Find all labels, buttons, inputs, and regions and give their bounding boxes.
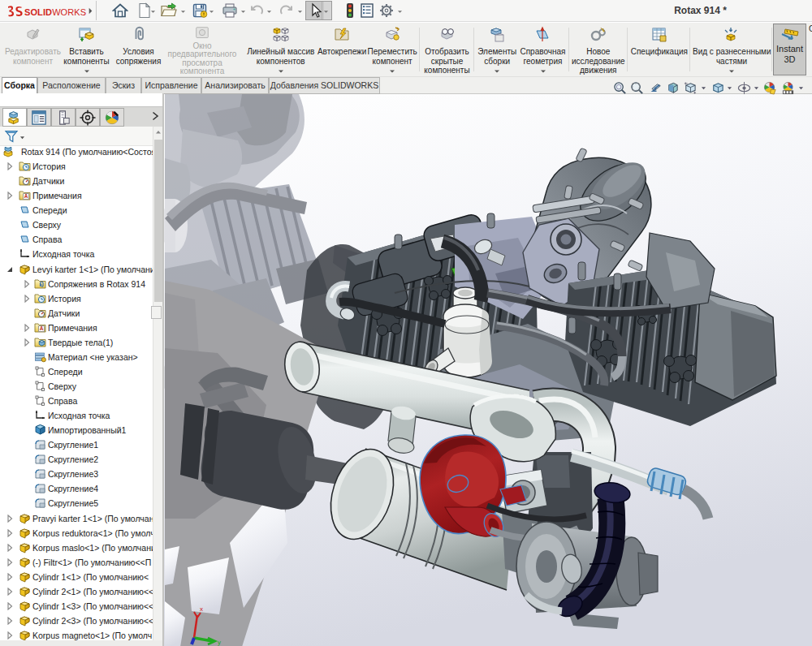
svg-text:SOLIDWORKS: SOLIDWORKS bbox=[24, 7, 86, 17]
svg-text:y: y bbox=[218, 639, 221, 646]
svg-text:x: x bbox=[200, 605, 203, 613]
